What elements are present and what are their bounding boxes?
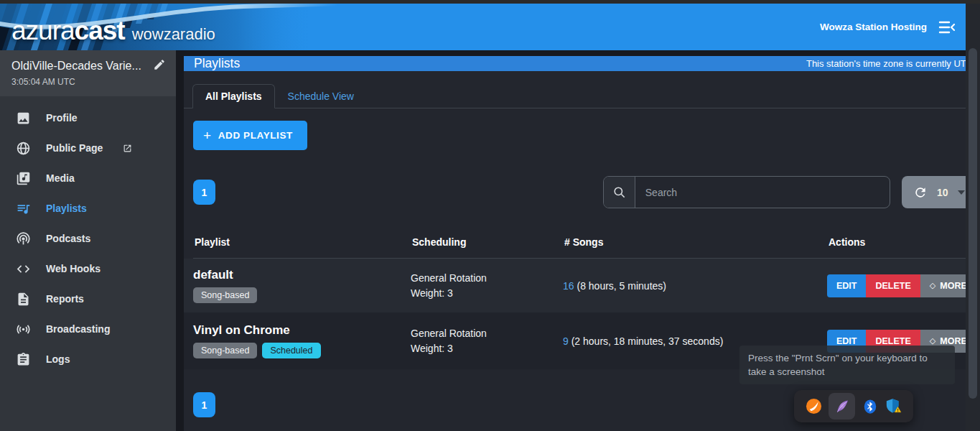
menu-collapse-icon — [938, 21, 956, 34]
sidebar-item-podcasts[interactable]: Podcasts — [0, 223, 176, 254]
tabs-row: All Playlists Schedule View — [184, 71, 980, 108]
sidebar-item-profile[interactable]: Profile — [0, 103, 176, 133]
search-icon — [604, 177, 635, 208]
song-duration: (2 hours, 18 minutes, 37 seconds) — [571, 335, 724, 347]
timezone-note: This station's time zone is currently UT… — [806, 58, 976, 69]
scrollbar-track[interactable] — [966, 4, 980, 431]
toolbar-right: 10 — [603, 176, 976, 208]
song-based-badge: Song-based — [193, 287, 257, 303]
scheduling-cell: General Rotation Weight: 3 — [411, 326, 563, 356]
song-based-badge: Song-based — [193, 343, 257, 358]
sidebar-item-label: Public Page — [46, 142, 103, 154]
col-songs: # Songs — [563, 236, 827, 248]
sidebar-item-label: Profile — [46, 112, 78, 124]
song-duration: (8 hours, 5 minutes) — [577, 280, 666, 292]
header-right: Wowza Station Hosting — [820, 4, 956, 50]
app-header: azuracast wowzaradio Wowza Station Hosti… — [0, 4, 966, 50]
sidebar-menu: Profile Public Page Media — [0, 96, 176, 374]
scheduled-badge: Scheduled — [262, 343, 320, 358]
col-playlist: Playlist — [193, 236, 411, 248]
clipboard-icon — [16, 352, 31, 367]
sidebar-item-label: Reports — [46, 293, 84, 305]
image-icon — [16, 111, 31, 126]
sidebar-item-web-hooks[interactable]: Web Hooks — [0, 254, 176, 284]
sidebar-item-public-page[interactable]: Public Page — [0, 133, 176, 163]
sidebar-item-playlists[interactable]: Playlists — [0, 193, 176, 223]
pagination-page-1-top[interactable]: 1 — [193, 180, 215, 205]
globe-icon — [16, 141, 31, 156]
col-scheduling: Scheduling — [411, 236, 563, 248]
table-toolbar: 1 10 — [193, 176, 976, 208]
layout-gutter — [176, 50, 184, 431]
sidebar-toggle-button[interactable] — [938, 21, 956, 34]
sidebar-item-label: Podcasts — [46, 233, 90, 244]
sidebar-item-label: Logs — [46, 353, 70, 365]
table-header-row: Playlist Scheduling # Songs Actions — [193, 226, 976, 259]
diamond-caret-icon: ◇ — [930, 281, 935, 290]
delete-button[interactable]: DELETE — [866, 274, 920, 297]
sidebar-item-label: Media — [46, 172, 75, 184]
add-playlist-button[interactable]: + ADD PLAYLIST — [193, 121, 307, 150]
playlists-icon — [16, 201, 31, 216]
scrollbar-thumb[interactable] — [969, 48, 977, 399]
logo-station-name: wowzaradio — [132, 25, 215, 44]
page-header-bar: Playlists This station's time zone is cu… — [184, 56, 980, 71]
edit-station-button[interactable] — [153, 58, 166, 73]
sidebar-item-reports[interactable]: Reports — [0, 284, 176, 314]
pencil-icon — [153, 58, 166, 71]
avast-icon[interactable] — [805, 398, 822, 415]
scheduling-cell: General Rotation Weight: 3 — [411, 271, 563, 301]
podcast-icon — [16, 231, 31, 246]
edit-button[interactable]: EDIT — [827, 274, 866, 297]
sidebar-item-label: Playlists — [46, 203, 87, 214]
azuracast-logo[interactable]: azuracast wowzaradio — [11, 16, 215, 46]
sidebar-item-media[interactable]: Media — [0, 163, 176, 193]
playlist-name: Vinyl on Chrome — [193, 323, 411, 338]
feather-app-highlight[interactable] — [829, 393, 855, 420]
actions-cell: EDIT DELETE ◇ MORE — [827, 274, 976, 297]
system-tray-popup — [794, 390, 913, 422]
playlist-cell: default Song-based — [193, 268, 411, 303]
plus-icon: + — [203, 128, 212, 144]
col-actions: Actions — [827, 236, 976, 248]
playlist-cell: Vinyl on Chrome Song-based Scheduled — [193, 323, 411, 358]
hosting-label: Wowza Station Hosting — [820, 22, 927, 32]
search-group — [603, 176, 890, 208]
playlist-name: default — [193, 268, 411, 282]
song-count-link[interactable]: 9 — [563, 335, 569, 347]
sidebar-item-label: Broadcasting — [46, 323, 110, 335]
logo-text: azuracast — [11, 16, 125, 46]
diamond-caret-icon: ◇ — [930, 336, 935, 346]
songs-cell: 16 (8 hours, 5 minutes) — [563, 280, 827, 292]
refresh-icon — [913, 185, 928, 200]
feather-icon — [834, 398, 851, 415]
station-name: OldiVille-Decades Varie... — [11, 60, 141, 73]
windows-security-icon[interactable] — [885, 398, 902, 415]
external-link-icon — [123, 144, 132, 153]
page-title: Playlists — [194, 56, 240, 71]
print-screen-tooltip: Press the "Prnt Scrn" on your keyboard t… — [739, 346, 955, 384]
media-library-icon — [16, 171, 31, 186]
sidebar: OldiVille-Decades Varie... 3:05:04 AM UT… — [0, 50, 176, 431]
add-playlist-label: ADD PLAYLIST — [218, 130, 293, 141]
station-block: OldiVille-Decades Varie... 3:05:04 AM UT… — [0, 50, 176, 96]
pagination-page-1-bottom[interactable]: 1 — [193, 392, 215, 417]
song-count-link[interactable]: 16 — [563, 280, 574, 292]
sidebar-item-logs[interactable]: Logs — [0, 344, 176, 374]
sidebar-item-broadcasting[interactable]: Broadcasting — [0, 314, 176, 344]
search-input[interactable] — [635, 177, 890, 208]
broadcast-antenna-icon — [16, 322, 31, 337]
bluetooth-icon[interactable] — [862, 398, 879, 415]
sidebar-item-label: Web Hooks — [46, 263, 101, 274]
tab-all-playlists[interactable]: All Playlists — [192, 84, 275, 108]
per-page-value: 10 — [937, 187, 948, 198]
code-icon — [16, 261, 31, 277]
report-file-icon — [16, 292, 31, 307]
table-row: default Song-based General Rotation Weig… — [184, 259, 980, 312]
chevron-down-icon — [958, 190, 965, 195]
tab-schedule-view[interactable]: Schedule View — [275, 84, 367, 108]
station-clock: 3:05:04 AM UTC — [11, 77, 166, 87]
